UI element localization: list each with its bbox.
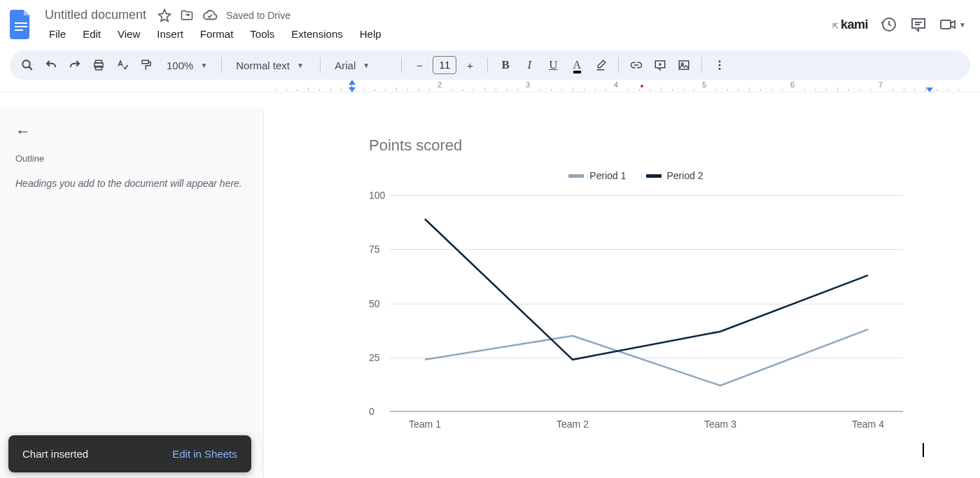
paint-format-icon[interactable]: [136, 55, 157, 76]
font-size-input[interactable]: 11: [433, 56, 456, 74]
font-select[interactable]: Arial▼: [328, 59, 394, 71]
chart-title: Points scored: [369, 136, 903, 155]
separator: [618, 57, 619, 73]
style-value: Normal text: [236, 59, 290, 71]
chart-plot-area: 0255075100Team 1Team 2Team 3Team 4: [390, 195, 903, 430]
chevron-down-icon: ▼: [297, 62, 304, 69]
header: Untitled document Saved to Drive File Ed…: [0, 0, 980, 45]
header-right: ⇱kami ▼: [832, 16, 966, 33]
inserted-chart[interactable]: Points scored Period 1 Period 2 02550751…: [348, 136, 924, 430]
svg-rect-4: [941, 20, 951, 29]
font-value: Arial: [335, 59, 356, 71]
text-cursor: [923, 443, 924, 457]
legend-label: Period 1: [589, 170, 626, 181]
page[interactable]: Points scored Period 1 Period 2 02550751…: [264, 108, 980, 478]
increase-font-icon[interactable]: +: [459, 55, 480, 76]
star-icon[interactable]: [158, 8, 172, 22]
outline-sidebar: ← Outline Headings you add to the docume…: [0, 108, 264, 478]
legend-label: Period 2: [667, 170, 704, 181]
svg-rect-2: [15, 29, 23, 31]
separator: [701, 57, 702, 73]
separator: [487, 57, 488, 73]
svg-rect-0: [15, 22, 27, 24]
chevron-down-icon: ▼: [200, 62, 207, 69]
menu-file[interactable]: File: [42, 25, 73, 43]
menu-format[interactable]: Format: [193, 25, 241, 43]
svg-point-13: [719, 64, 721, 66]
paragraph-style-select[interactable]: Normal text▼: [229, 59, 313, 71]
chart-legend: Period 1 Period 2: [369, 170, 903, 181]
move-icon[interactable]: [180, 8, 194, 22]
header-main: Untitled document Saved to Drive File Ed…: [42, 6, 832, 43]
back-arrow-icon[interactable]: ←: [15, 122, 31, 141]
legend-swatch: [646, 174, 662, 178]
document-area: Points scored Period 1 Period 2 02550751…: [264, 108, 980, 478]
add-comment-icon[interactable]: [650, 55, 671, 76]
separator: [221, 57, 222, 73]
svg-point-12: [719, 60, 721, 62]
docs-logo-icon[interactable]: [8, 8, 34, 41]
legend-swatch: [568, 174, 584, 178]
outline-title: Outline: [15, 153, 248, 164]
svg-point-5: [22, 60, 30, 68]
print-icon[interactable]: [88, 55, 109, 76]
redo-icon[interactable]: [64, 55, 85, 76]
chevron-down-icon: ▼: [363, 62, 370, 69]
cloud-saved-icon[interactable]: [202, 8, 218, 23]
comments-icon[interactable]: [910, 16, 927, 33]
external-link-icon: ⇱: [832, 22, 839, 30]
toast-notification: Chart inserted Edit in Sheets: [8, 435, 251, 472]
insert-link-icon[interactable]: [626, 55, 647, 76]
search-menus-icon[interactable]: [17, 55, 38, 76]
undo-icon[interactable]: [41, 55, 62, 76]
separator: [320, 57, 321, 73]
menu-tools[interactable]: Tools: [243, 25, 281, 43]
text-color-button[interactable]: A: [566, 55, 587, 76]
horizontal-ruler[interactable]: 1234567: [0, 80, 980, 92]
underline-button[interactable]: U: [542, 55, 564, 76]
legend-item: Period 2: [646, 170, 704, 181]
menu-help[interactable]: Help: [353, 25, 388, 43]
title-row: Untitled document Saved to Drive: [42, 6, 832, 24]
more-icon[interactable]: [709, 55, 730, 76]
italic-button[interactable]: I: [519, 55, 540, 76]
menu-insert[interactable]: Insert: [150, 25, 190, 43]
saved-status: Saved to Drive: [226, 10, 290, 21]
history-icon[interactable]: [881, 16, 897, 33]
kami-label: kami: [841, 17, 868, 31]
join-call-icon[interactable]: ▼: [939, 16, 966, 33]
svg-rect-1: [15, 26, 27, 27]
insert-image-icon[interactable]: [673, 55, 694, 76]
highlight-button[interactable]: [590, 55, 611, 76]
menu-view[interactable]: View: [111, 25, 147, 43]
menu-bar: File Edit View Insert Format Tools Exten…: [42, 25, 832, 43]
legend-item: Period 1: [568, 170, 626, 181]
bold-button[interactable]: B: [495, 55, 516, 76]
spellcheck-icon[interactable]: [112, 55, 133, 76]
kami-extension[interactable]: ⇱kami: [832, 17, 868, 32]
document-title[interactable]: Untitled document: [42, 6, 149, 24]
toast-message: Chart inserted: [22, 448, 88, 460]
zoom-value: 100%: [167, 59, 193, 71]
svg-rect-10: [680, 61, 690, 69]
menu-extensions[interactable]: Extensions: [284, 25, 349, 43]
svg-rect-9: [142, 60, 148, 64]
zoom-select[interactable]: 100%▼: [160, 59, 214, 71]
toast-action-button[interactable]: Edit in Sheets: [172, 448, 237, 460]
outline-hint: Headings you add to the document will ap…: [15, 176, 248, 191]
separator: [401, 57, 402, 73]
decrease-font-icon[interactable]: −: [409, 55, 430, 76]
toolbar: 100%▼ Normal text▼ Arial▼ − 11 + B I U A: [10, 50, 970, 80]
menu-edit[interactable]: Edit: [76, 25, 108, 43]
svg-point-14: [719, 68, 721, 70]
